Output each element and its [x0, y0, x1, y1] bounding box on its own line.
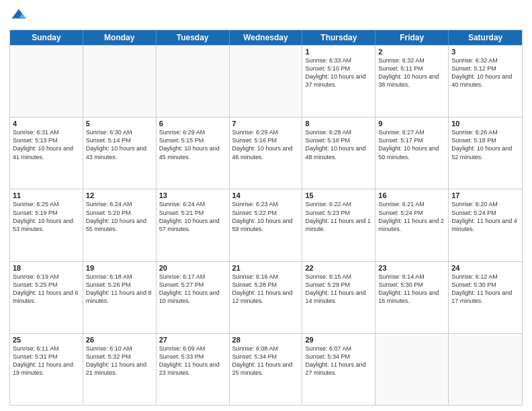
cell-text: Sunrise: 6:26 AM Sunset: 5:18 PM Dayligh…: [451, 128, 519, 161]
day-number: 26: [86, 336, 153, 344]
calendar-cell: 9Sunrise: 6:27 AM Sunset: 5:17 PM Daylig…: [375, 118, 449, 189]
day-number: 6: [159, 120, 226, 128]
calendar-cell: 13Sunrise: 6:24 AM Sunset: 5:21 PM Dayli…: [157, 189, 230, 261]
cell-text: Sunrise: 6:10 AM Sunset: 5:32 PM Dayligh…: [86, 345, 153, 377]
day-number: 21: [232, 264, 300, 272]
calendar-cell: 21Sunrise: 6:16 AM Sunset: 5:28 PM Dayli…: [230, 262, 303, 333]
calendar-cell: 20Sunrise: 6:17 AM Sunset: 5:27 PM Dayli…: [157, 262, 230, 333]
day-number: 20: [159, 264, 226, 272]
day-number: 19: [86, 264, 153, 272]
calendar: SundayMondayTuesdayWednesdayThursdayFrid…: [9, 30, 523, 406]
cell-text: Sunrise: 6:14 AM Sunset: 5:30 PM Dayligh…: [378, 273, 445, 306]
calendar-header: SundayMondayTuesdayWednesdayThursdayFrid…: [10, 30, 522, 45]
day-number: 11: [13, 191, 80, 199]
cell-text: Sunrise: 6:09 AM Sunset: 5:33 PM Dayligh…: [159, 345, 226, 377]
cell-text: Sunrise: 6:07 AM Sunset: 5:34 PM Dayligh…: [305, 345, 372, 377]
cell-text: Sunrise: 6:23 AM Sunset: 5:22 PM Dayligh…: [232, 200, 300, 233]
cell-text: Sunrise: 6:18 AM Sunset: 5:26 PM Dayligh…: [86, 273, 153, 306]
calendar-cell: 6Sunrise: 6:29 AM Sunset: 5:15 PM Daylig…: [157, 118, 230, 189]
day-number: 9: [378, 120, 445, 128]
day-number: 8: [305, 120, 372, 128]
cell-text: Sunrise: 6:29 AM Sunset: 5:15 PM Dayligh…: [159, 128, 226, 161]
header-day-friday: Friday: [375, 30, 449, 45]
header-day-thursday: Thursday: [302, 30, 375, 45]
calendar-cell: 4Sunrise: 6:31 AM Sunset: 5:13 PM Daylig…: [10, 118, 83, 189]
calendar-row-2: 11Sunrise: 6:25 AM Sunset: 5:19 PM Dayli…: [10, 189, 522, 261]
calendar-cell: [230, 46, 303, 117]
day-number: 7: [232, 120, 300, 128]
cell-text: Sunrise: 6:32 AM Sunset: 5:12 PM Dayligh…: [451, 56, 519, 89]
day-number: 15: [305, 191, 372, 199]
cell-text: Sunrise: 6:08 AM Sunset: 5:34 PM Dayligh…: [232, 345, 300, 377]
calendar-cell: 1Sunrise: 6:33 AM Sunset: 5:10 PM Daylig…: [302, 46, 375, 117]
cell-text: Sunrise: 6:24 AM Sunset: 5:20 PM Dayligh…: [86, 200, 153, 233]
day-number: 18: [13, 264, 80, 272]
day-number: 14: [232, 191, 300, 199]
day-number: 25: [13, 336, 80, 344]
day-number: 2: [378, 48, 445, 56]
calendar-row-0: 1Sunrise: 6:33 AM Sunset: 5:10 PM Daylig…: [10, 45, 522, 117]
calendar-cell: [449, 334, 522, 405]
day-number: 16: [378, 191, 445, 199]
header-day-monday: Monday: [83, 30, 157, 45]
calendar-cell: 22Sunrise: 6:15 AM Sunset: 5:29 PM Dayli…: [302, 262, 375, 333]
day-number: 28: [232, 336, 300, 344]
calendar-cell: 8Sunrise: 6:28 AM Sunset: 5:16 PM Daylig…: [302, 118, 375, 189]
day-number: 3: [451, 48, 519, 56]
calendar-cell: [83, 46, 157, 117]
header-day-tuesday: Tuesday: [157, 30, 230, 45]
cell-text: Sunrise: 6:29 AM Sunset: 5:16 PM Dayligh…: [232, 128, 300, 161]
cell-text: Sunrise: 6:31 AM Sunset: 5:13 PM Dayligh…: [13, 128, 80, 161]
calendar-cell: [10, 46, 83, 117]
calendar-cell: 28Sunrise: 6:08 AM Sunset: 5:34 PM Dayli…: [230, 334, 303, 405]
page: SundayMondayTuesdayWednesdayThursdayFrid…: [0, 0, 532, 411]
calendar-cell: 27Sunrise: 6:09 AM Sunset: 5:33 PM Dayli…: [157, 334, 230, 405]
cell-text: Sunrise: 6:33 AM Sunset: 5:10 PM Dayligh…: [305, 56, 372, 89]
day-number: 23: [378, 264, 445, 272]
calendar-cell: 29Sunrise: 6:07 AM Sunset: 5:34 PM Dayli…: [302, 334, 375, 405]
cell-text: Sunrise: 6:22 AM Sunset: 5:23 PM Dayligh…: [305, 200, 372, 233]
calendar-cell: 7Sunrise: 6:29 AM Sunset: 5:16 PM Daylig…: [230, 118, 303, 189]
day-number: 29: [305, 336, 372, 344]
calendar-cell: 19Sunrise: 6:18 AM Sunset: 5:26 PM Dayli…: [83, 262, 157, 333]
calendar-cell: 17Sunrise: 6:20 AM Sunset: 5:24 PM Dayli…: [449, 189, 522, 261]
cell-text: Sunrise: 6:16 AM Sunset: 5:28 PM Dayligh…: [232, 273, 300, 306]
calendar-cell: 24Sunrise: 6:12 AM Sunset: 5:30 PM Dayli…: [449, 262, 522, 333]
cell-text: Sunrise: 6:30 AM Sunset: 5:14 PM Dayligh…: [86, 128, 153, 161]
cell-text: Sunrise: 6:15 AM Sunset: 5:29 PM Dayligh…: [305, 273, 372, 306]
calendar-row-4: 25Sunrise: 6:11 AM Sunset: 5:31 PM Dayli…: [10, 333, 522, 405]
header-day-sunday: Sunday: [10, 30, 83, 45]
cell-text: Sunrise: 6:11 AM Sunset: 5:31 PM Dayligh…: [13, 345, 80, 377]
day-number: 17: [451, 191, 519, 199]
day-number: 1: [305, 48, 372, 56]
calendar-cell: [375, 334, 449, 405]
calendar-cell: 18Sunrise: 6:19 AM Sunset: 5:25 PM Dayli…: [10, 262, 83, 333]
calendar-cell: 15Sunrise: 6:22 AM Sunset: 5:23 PM Dayli…: [302, 189, 375, 261]
cell-text: Sunrise: 6:27 AM Sunset: 5:17 PM Dayligh…: [378, 128, 445, 161]
calendar-cell: 14Sunrise: 6:23 AM Sunset: 5:22 PM Dayli…: [230, 189, 303, 261]
day-number: 5: [86, 120, 153, 128]
day-number: 13: [159, 191, 226, 199]
cell-text: Sunrise: 6:17 AM Sunset: 5:27 PM Dayligh…: [159, 273, 226, 306]
calendar-cell: 3Sunrise: 6:32 AM Sunset: 5:12 PM Daylig…: [449, 46, 522, 117]
calendar-cell: 5Sunrise: 6:30 AM Sunset: 5:14 PM Daylig…: [83, 118, 157, 189]
cell-text: Sunrise: 6:32 AM Sunset: 5:11 PM Dayligh…: [378, 56, 445, 89]
logo-icon: [9, 7, 28, 26]
calendar-cell: 16Sunrise: 6:21 AM Sunset: 5:24 PM Dayli…: [375, 189, 449, 261]
calendar-cell: 25Sunrise: 6:11 AM Sunset: 5:31 PM Dayli…: [10, 334, 83, 405]
calendar-row-3: 18Sunrise: 6:19 AM Sunset: 5:25 PM Dayli…: [10, 261, 522, 333]
cell-text: Sunrise: 6:28 AM Sunset: 5:16 PM Dayligh…: [305, 128, 372, 161]
header-day-saturday: Saturday: [449, 30, 522, 45]
calendar-body: 1Sunrise: 6:33 AM Sunset: 5:10 PM Daylig…: [10, 45, 522, 405]
day-number: 22: [305, 264, 372, 272]
calendar-cell: [157, 46, 230, 117]
calendar-cell: 10Sunrise: 6:26 AM Sunset: 5:18 PM Dayli…: [449, 118, 522, 189]
cell-text: Sunrise: 6:19 AM Sunset: 5:25 PM Dayligh…: [13, 273, 80, 306]
calendar-row-1: 4Sunrise: 6:31 AM Sunset: 5:13 PM Daylig…: [10, 117, 522, 189]
day-number: 27: [159, 336, 226, 344]
day-number: 12: [86, 191, 153, 199]
calendar-cell: 11Sunrise: 6:25 AM Sunset: 5:19 PM Dayli…: [10, 189, 83, 261]
day-number: 4: [13, 120, 80, 128]
day-number: 10: [451, 120, 519, 128]
logo: [9, 7, 31, 26]
